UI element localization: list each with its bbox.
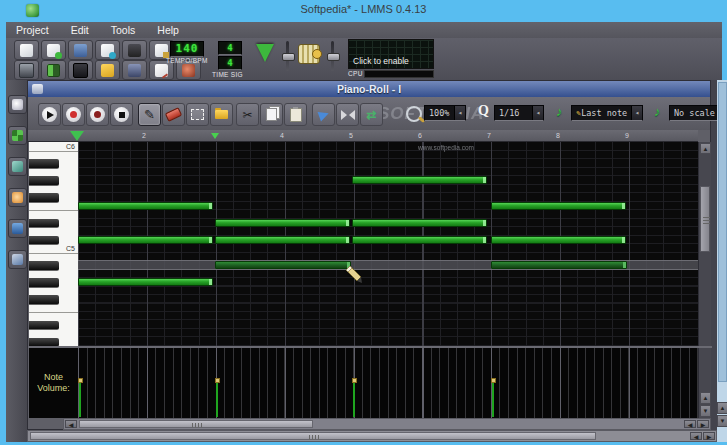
draw-mode-button[interactable]: ✎ (138, 103, 161, 126)
copy-button[interactable] (260, 103, 283, 126)
workspace-scroll-right-button[interactable]: ▶ (703, 432, 715, 440)
piano-key-Gs5[interactable] (29, 176, 59, 186)
note[interactable] (491, 261, 627, 269)
sidebar-my-home[interactable] (8, 219, 27, 238)
piano-key-Cs5[interactable] (29, 236, 59, 246)
select-mode-button[interactable] (186, 103, 209, 126)
open-project-button[interactable] (41, 40, 66, 60)
timesig-numerator[interactable]: 4 (218, 41, 242, 55)
playhead-marker[interactable] (70, 131, 84, 141)
sidebar-my-samples[interactable] (8, 157, 27, 176)
tempo-display[interactable]: 140 (170, 41, 204, 57)
volume-marker-handle[interactable] (78, 378, 83, 383)
output-visualizer[interactable]: Click to enable (348, 39, 434, 69)
sidebar-instrument-plugins[interactable] (8, 95, 27, 114)
q-select[interactable]: 1/16◂ (494, 105, 544, 121)
sidebar-my-projects[interactable] (8, 126, 27, 145)
volume-marker-handle[interactable] (491, 378, 496, 383)
timesig-denominator[interactable]: 4 (218, 56, 242, 70)
record-while-playing-button[interactable] (86, 103, 109, 126)
master-pitch-slider[interactable] (331, 41, 334, 71)
horizontal-scrollbar[interactable]: ◀ ◀ ▶ (63, 418, 711, 430)
piano-roll-titlebar[interactable]: Piano-Roll - I (28, 81, 710, 97)
timeline[interactable]: 2456789 (28, 130, 698, 142)
volume-marker[interactable] (216, 382, 218, 417)
workspace-vscroll-handle[interactable] (718, 82, 727, 382)
note-volume-graph[interactable] (78, 348, 698, 418)
workspace-scroll-up-button[interactable]: ▲ (717, 402, 727, 414)
piano-keyboard[interactable]: C6C5 (29, 142, 78, 346)
menu-project[interactable]: Project (14, 24, 51, 36)
workspace-vertical-scrollbar[interactable]: ▲ ▼ (717, 80, 727, 442)
workspace-scroll-left-button[interactable]: ◀ (690, 432, 702, 440)
note-length-spin[interactable]: ◂ (631, 106, 642, 120)
detune-mode-button[interactable] (210, 103, 233, 126)
flip-horizontal-button[interactable] (336, 103, 359, 126)
note[interactable] (78, 278, 213, 286)
scroll-left-button-2[interactable]: ◀ (684, 420, 696, 428)
scroll-left-button[interactable]: ◀ (65, 420, 77, 428)
menu-edit[interactable]: Edit (69, 24, 91, 36)
note[interactable] (78, 202, 213, 210)
project-notes-button[interactable] (95, 60, 120, 80)
play-button[interactable] (38, 103, 61, 126)
title-bar[interactable]: Softpedia* - LMMS 0.4.13 (0, 0, 727, 22)
note-properties-button[interactable]: ⇄ (360, 103, 383, 126)
scroll-up-button[interactable]: ▲ (700, 143, 711, 154)
note[interactable] (491, 202, 626, 210)
note[interactable] (352, 219, 487, 227)
stop-button[interactable] (110, 103, 133, 126)
note[interactable] (491, 236, 626, 244)
save-project-button[interactable] (95, 40, 120, 60)
song-editor-button[interactable] (14, 60, 39, 80)
scroll-up-button-2[interactable]: ▲ (700, 392, 711, 404)
volume-marker[interactable] (353, 382, 355, 417)
sidebar-my-computer[interactable] (8, 250, 27, 269)
menu-tools[interactable]: Tools (109, 24, 138, 36)
sidebar-my-presets[interactable] (8, 188, 27, 207)
erase-mode-button[interactable] (162, 103, 185, 126)
controller-rack-button[interactable] (122, 60, 147, 80)
note[interactable] (352, 236, 487, 244)
paste-button[interactable] (284, 103, 307, 126)
zoom-select[interactable]: 100%◂ (424, 105, 466, 121)
piano-key-As4[interactable] (29, 261, 59, 271)
bb-editor-button[interactable] (41, 60, 66, 80)
piano-key-Gs4[interactable] (29, 278, 59, 288)
cut-button[interactable]: ✂ (236, 103, 259, 126)
vertical-scrollbar[interactable]: ▲ ▲ ▼ (698, 142, 711, 418)
horizontal-scroll-handle[interactable] (79, 420, 313, 428)
volume-marker[interactable] (492, 382, 494, 417)
volume-marker[interactable] (79, 382, 81, 417)
scroll-right-button[interactable]: ▶ (697, 420, 709, 428)
workspace-horizontal-scrollbar[interactable]: ◀ ▶ (27, 430, 717, 442)
zoom-spin[interactable]: ◂ (454, 106, 465, 120)
note-grid[interactable]: www.softpedia.com (78, 142, 698, 346)
q-spin[interactable]: ◂ (532, 106, 543, 120)
note-length-select[interactable]: ✎ Last note ◂ (571, 105, 643, 121)
fx-mixer-button[interactable] (68, 60, 93, 80)
workspace-hscroll-handle[interactable] (30, 432, 596, 440)
recent-projects-button[interactable] (68, 40, 93, 60)
note[interactable] (215, 236, 350, 244)
note[interactable] (215, 261, 351, 269)
record-button[interactable] (62, 103, 85, 126)
piano-key-Fs4[interactable] (29, 295, 59, 305)
glue-button[interactable] (312, 103, 335, 126)
new-project-button[interactable] (14, 40, 39, 60)
note[interactable] (78, 236, 213, 244)
master-volume-slider[interactable] (286, 41, 289, 71)
piano-key-Ds4[interactable] (29, 321, 59, 331)
loop-marker[interactable] (211, 133, 219, 139)
piano-key-Ds5[interactable] (29, 219, 59, 229)
scroll-down-button[interactable]: ▼ (700, 405, 711, 417)
workspace-scroll-down-button[interactable]: ▼ (717, 415, 727, 427)
menu-help[interactable]: Help (155, 24, 181, 36)
vertical-scroll-handle[interactable] (700, 186, 710, 252)
save-project-as-button[interactable] (122, 40, 147, 60)
note[interactable] (215, 219, 350, 227)
note[interactable] (352, 176, 487, 184)
volume-marker-handle[interactable] (352, 378, 357, 383)
piano-key-Fs5[interactable] (29, 193, 59, 203)
volume-marker-handle[interactable] (215, 378, 220, 383)
